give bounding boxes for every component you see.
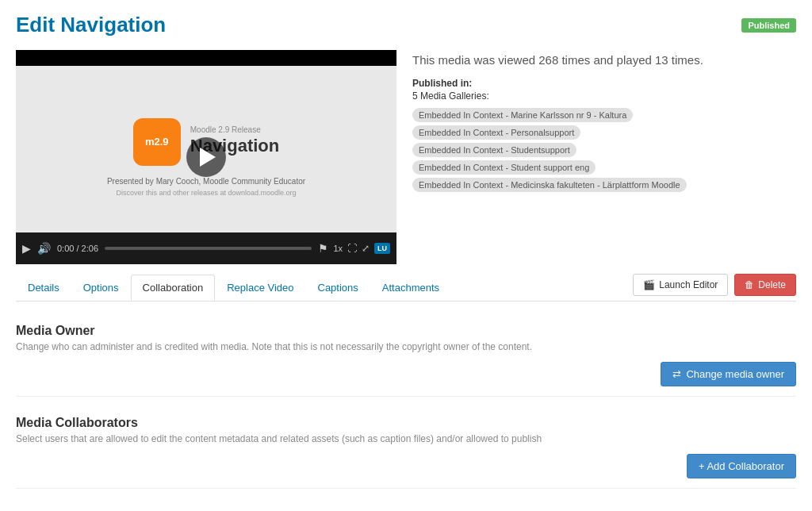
media-info: This media was viewed 268 times and play… [412,50,796,264]
tab-actions: 🎬 Launch Editor 🗑 Delete [633,274,796,301]
video-player[interactable]: m2.9 Moodle 2.9 Release Navigation Prese… [16,50,396,264]
gallery-tags: Embedded In Context - Marine Karlsson nr… [412,108,796,192]
gallery-tag: Embedded In Context - Marine Karlsson nr… [412,108,633,122]
media-collaborators-section: Media Collaborators Select users that ar… [16,406,796,489]
media-collaborators-title: Media Collaborators [16,416,796,430]
bookmark-button[interactable]: ⚑ [318,242,328,255]
lu-button[interactable]: LU [374,243,390,254]
tab-attachments[interactable]: Attachments [370,275,451,300]
play-icon [200,148,216,167]
delete-button[interactable]: 🗑 Delete [734,274,796,296]
trash-icon: 🗑 [745,279,754,290]
add-collaborator-button[interactable]: + Add Collaborator [687,454,796,478]
media-collaborators-desc: Select users that are allowed to edit th… [16,433,796,444]
progress-bar[interactable] [105,247,312,250]
views-text: This media was viewed 268 times and play… [412,53,796,67]
fullscreen-button[interactable]: ⤢ [362,243,370,254]
video-controls: ▶ 🔊 0:00 / 2:06 ⚑ 1x ⛶ ⤢ LU [16,232,396,264]
published-in-label: Published in: [412,78,796,89]
media-owner-section: Media Owner Change who can administer an… [16,314,796,397]
video-subtitle: Presented by Mary Cooch, Moodle Communit… [107,177,305,186]
time-display: 0:00 / 2:06 [57,244,98,253]
gallery-tag: Embedded In Context - Medicinska fakulte… [412,178,687,192]
galleries-count-label: 5 Media Galleries: [412,90,796,102]
media-owner-action: ⇄ Change media owner [16,362,796,386]
swap-icon: ⇄ [672,368,681,380]
gallery-tag: Embedded In Context - Studentsupport [412,143,576,157]
tabs-list: DetailsOptionsCollaborationReplace Video… [16,275,451,300]
speed-button[interactable]: 1x [333,244,343,253]
launch-editor-button[interactable]: 🎬 Launch Editor [633,274,728,296]
video-thumbnail: m2.9 Moodle 2.9 Release Navigation Prese… [16,66,396,248]
moodle-logo: m2.9 [133,118,181,166]
media-owner-title: Media Owner [16,324,796,338]
tab-collaboration[interactable]: Collaboration [131,275,216,301]
play-pause-button[interactable]: ▶ [22,242,31,255]
right-controls: ⚑ 1x ⛶ ⤢ LU [318,242,390,255]
tab-captions[interactable]: Captions [306,275,370,300]
expand-button[interactable]: ⛶ [347,243,357,254]
volume-button[interactable]: 🔊 [37,242,51,255]
play-button[interactable] [186,137,226,177]
page-header: Edit Navigation Published [16,13,796,37]
change-media-owner-button[interactable]: ⇄ Change media owner [661,362,796,386]
main-content: m2.9 Moodle 2.9 Release Navigation Prese… [16,50,796,264]
video-section: m2.9 Moodle 2.9 Release Navigation Prese… [16,50,396,264]
tab-details[interactable]: Details [16,275,71,300]
video-link: Discover this and other releases at down… [116,189,296,197]
published-badge: Published [741,18,796,33]
tab-options[interactable]: Options [71,275,131,300]
tab-replace-video[interactable]: Replace Video [215,275,305,300]
gallery-tag: Embedded In Context - Personalsupport [412,125,580,140]
tabs-section: DetailsOptionsCollaborationReplace Video… [16,274,796,302]
media-collaborators-action: + Add Collaborator [16,454,796,478]
page-wrapper: Edit Navigation Published m2.9 Moodle 2.… [0,0,812,511]
gallery-tag: Embedded In Context - Student support en… [412,160,596,175]
page-title: Edit Navigation [16,13,166,37]
editor-icon: 🎬 [643,279,655,290]
media-owner-desc: Change who can administer and is credite… [16,341,796,352]
